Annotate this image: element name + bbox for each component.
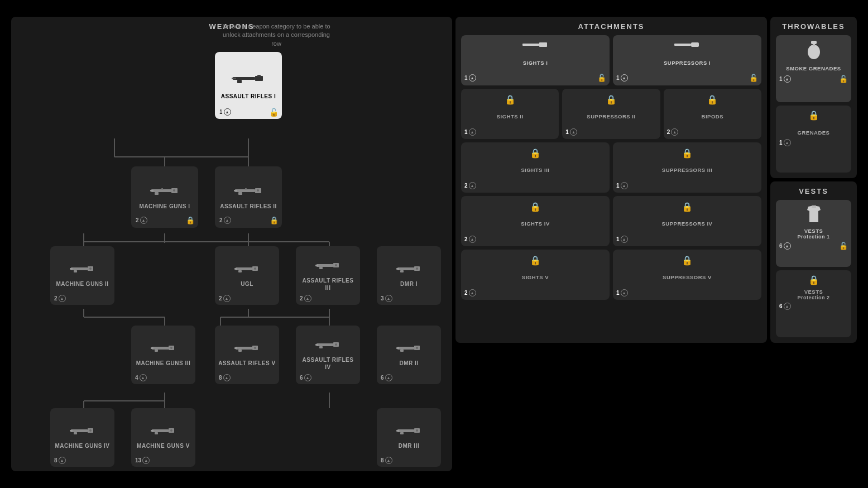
svg-rect-40 <box>150 190 154 192</box>
supp1-card[interactable]: SUPPRESSORS I 1 ▲ 🔓 <box>613 35 761 85</box>
svg-rect-81 <box>319 346 323 348</box>
supp3-name: SUPPRESSORS III <box>662 167 712 173</box>
vests1-apex: ▲ <box>784 242 791 250</box>
sights5-card[interactable]: 🔒 SIGHTS V 2 ▲ <box>461 250 610 300</box>
supp5-apex: ▲ <box>621 289 628 296</box>
svg-rect-66 <box>400 270 404 272</box>
svg-rect-64 <box>397 267 414 270</box>
mg5-name: MACHINE GUNS V <box>137 442 190 449</box>
supp4-card[interactable]: 🔒 SUPPRESSORS IV 1 ▲ <box>613 196 761 246</box>
node-ar4[interactable]: ASSAULT RIFLES IV 6 ▲ <box>296 326 360 384</box>
ar5-apex: ▲ <box>223 374 231 381</box>
supp5-card[interactable]: 🔒 SUPPRESSORS V 1 ▲ <box>613 250 761 300</box>
node-ar3[interactable]: ASSAULT RIFLES III 2 ▲ <box>296 246 360 305</box>
vests1-lock: 🔓 <box>839 242 848 250</box>
svg-point-88 <box>416 347 418 349</box>
grenades-card[interactable]: 🔒 GRENADES 1 ▲ <box>776 106 851 173</box>
mg4-icon <box>70 427 95 439</box>
svg-rect-59 <box>316 264 333 267</box>
sights4-card[interactable]: 🔒 SIGHTS IV 2 ▲ <box>461 196 610 246</box>
svg-point-68 <box>416 267 418 270</box>
smoke-card[interactable]: SMOKE GRENADES 1 ▲ 🔓 <box>776 35 851 102</box>
sights3-card[interactable]: 🔒 SIGHTS III 2 ▲ <box>461 142 610 193</box>
svg-rect-104 <box>522 44 539 46</box>
attachments-title: ATTACHMENTS <box>461 22 761 31</box>
svg-rect-109 <box>811 41 817 44</box>
svg-rect-77 <box>234 347 237 349</box>
ar5-cost: 8 ▲ <box>219 374 231 381</box>
supp2-apex: ▲ <box>570 128 577 136</box>
svg-point-48 <box>257 189 259 192</box>
ar5-icon <box>234 344 260 356</box>
sights1-apex: ▲ <box>469 74 476 82</box>
sights3-icon: 🔒 <box>530 148 541 159</box>
bipods-name: BIPODS <box>702 113 723 119</box>
supp4-cost: 1 ▲ <box>616 236 628 243</box>
svg-point-58 <box>254 267 256 270</box>
svg-rect-37 <box>151 189 171 192</box>
svg-rect-51 <box>74 270 77 272</box>
vests1-sub: Protection 1 <box>797 234 829 240</box>
node-ar1[interactable]: ASSAULT RIFLES I 1 ▲ 🔓 <box>215 52 282 119</box>
dmr3-cost: 8 ▲ <box>381 457 392 464</box>
ar1-name: ASSAULT RIFLES I <box>221 93 276 100</box>
vests2-apex: ▲ <box>784 303 791 310</box>
node-dmr2[interactable]: DMR II 6 ▲ <box>377 326 441 384</box>
supp2-name: SUPPRESSORS II <box>587 113 635 119</box>
svg-rect-99 <box>397 429 414 432</box>
svg-rect-82 <box>315 344 318 346</box>
node-dmr1[interactable]: DMR I 3 ▲ <box>377 246 441 305</box>
bipods-icon: 🔒 <box>707 94 718 105</box>
dmr3-apex: ▲ <box>385 457 392 464</box>
svg-point-42 <box>173 189 175 192</box>
svg-rect-49 <box>71 267 88 270</box>
svg-rect-62 <box>315 265 318 266</box>
mg5-icon <box>151 427 176 439</box>
smoke-apex: ▲ <box>784 75 791 83</box>
svg-rect-67 <box>396 268 399 270</box>
sights5-apex: ▲ <box>469 289 476 296</box>
sights1-cost: 1 ▲ <box>464 74 476 82</box>
mg5-apex: ▲ <box>142 457 150 464</box>
mg1-name: MACHINE GUNS I <box>140 203 190 210</box>
vests-title: VESTS <box>776 187 851 195</box>
vests2-sub: Protection 2 <box>797 295 829 300</box>
node-mg2[interactable]: MACHINE GUNS II 2 ▲ <box>50 246 114 305</box>
sights4-icon: 🔒 <box>530 202 541 212</box>
bipods-card[interactable]: 🔒 BIPODS 2 ▲ <box>664 89 761 139</box>
ar2-cost: 2 ▲ <box>219 217 231 224</box>
attachments-section: ATTACHMENTS SIGHTS I 1 ▲ 🔓 <box>455 17 767 343</box>
svg-rect-34 <box>237 80 242 83</box>
node-mg5[interactable]: MACHINE GUNS V 13 ▲ <box>131 408 195 467</box>
ar2-name: ASSAULT RIFLES II <box>220 203 277 210</box>
svg-rect-108 <box>691 42 699 47</box>
node-mg4[interactable]: MACHINE GUNS IV 8 ▲ <box>50 408 114 467</box>
svg-rect-84 <box>397 347 414 350</box>
svg-point-103 <box>416 429 418 432</box>
ugl-icon <box>234 265 260 277</box>
ar3-apex: ▲ <box>304 295 311 302</box>
node-mg3[interactable]: MACHINE GUNS III 4 ▲ <box>131 326 195 384</box>
vests1-card[interactable]: VESTS Protection 1 6 ▲ 🔓 <box>776 200 851 267</box>
svg-rect-102 <box>396 430 399 432</box>
vests-section: VESTS VESTS Protection 1 6 ▲ <box>770 181 857 343</box>
sights1-card[interactable]: SIGHTS I 1 ▲ 🔓 <box>461 35 610 85</box>
node-mg1[interactable]: MACHINE GUNS I 2 ▲ 🔒 <box>131 166 198 228</box>
supp1-name: SUPPRESSORS I <box>664 60 711 66</box>
sights2-card[interactable]: 🔒 SIGHTS II 1 ▲ <box>461 89 559 139</box>
node-ar2[interactable]: ASSAULT RIFLES II 2 ▲ 🔒 <box>215 166 282 228</box>
node-dmr3[interactable]: DMR III 8 ▲ <box>377 408 441 467</box>
dmr2-apex: ▲ <box>385 374 392 381</box>
svg-rect-47 <box>245 188 247 190</box>
sights4-name: SIGHTS IV <box>521 221 549 227</box>
mg2-icon <box>70 265 95 277</box>
sights1-name: SIGHTS I <box>523 60 548 66</box>
supp2-card[interactable]: 🔒 SUPPRESSORS II 1 ▲ <box>562 89 660 139</box>
node-ugl[interactable]: UGL 2 ▲ <box>215 246 279 305</box>
vests2-card[interactable]: 🔒 VESTS Protection 2 6 ▲ <box>776 270 851 337</box>
node-ar5[interactable]: ASSAULT RIFLES V 8 ▲ <box>215 326 279 384</box>
mg3-apex: ▲ <box>140 374 147 381</box>
supp3-card[interactable]: 🔒 SUPPRESSORS III 1 ▲ <box>613 142 761 193</box>
ar2-lock: 🔒 <box>270 216 279 224</box>
mg4-apex: ▲ <box>59 457 66 464</box>
